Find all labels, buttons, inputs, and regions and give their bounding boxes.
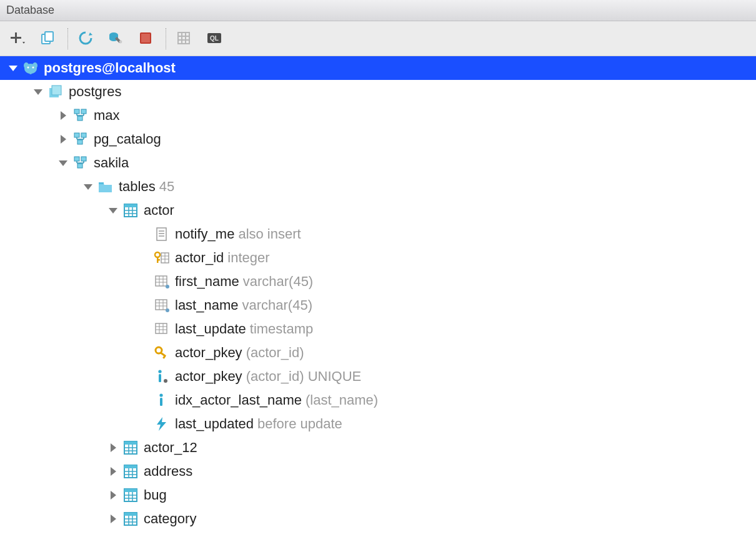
duplicate-icon <box>40 31 56 47</box>
panel-title-bar: Database <box>0 0 756 21</box>
primary-key-column-icon <box>152 250 171 266</box>
toolbar-manage-button[interactable] <box>102 26 131 52</box>
child-type: integer <box>227 250 269 266</box>
table-label: actor <box>144 202 174 219</box>
toolbar-table-view-button[interactable] <box>170 26 199 52</box>
child-name: idx_actor_last_name <box>175 392 302 408</box>
child-type: also insert <box>238 226 301 242</box>
child-type: (last_name) <box>306 392 378 408</box>
table-icon <box>121 440 140 456</box>
child-type: before update <box>257 416 342 432</box>
expand-arrow-icon[interactable] <box>105 511 121 527</box>
expand-arrow-icon[interactable] <box>5 60 21 76</box>
schema-label: max <box>94 107 120 124</box>
tree-table-child[interactable]: idx_actor_last_name(last_name) <box>0 388 756 412</box>
plus-icon <box>9 31 27 47</box>
refresh-icon <box>78 31 94 47</box>
expand-arrow-icon[interactable] <box>105 440 121 456</box>
tree-table-child[interactable]: notify_mealso insert <box>0 222 756 246</box>
tree-table-actor[interactable]: actor <box>0 199 756 222</box>
table-icon <box>121 463 140 480</box>
expand-arrow-icon[interactable] <box>55 155 71 171</box>
toolbar-refresh-button[interactable] <box>72 26 101 52</box>
expand-arrow-icon[interactable] <box>105 202 121 219</box>
expand-arrow-icon[interactable] <box>55 131 71 147</box>
folder-icon <box>96 179 115 195</box>
toolbar-separator <box>166 28 166 49</box>
tree-schema-max[interactable]: max <box>0 104 756 127</box>
child-name: last_update <box>175 321 246 337</box>
table-icon <box>121 202 140 219</box>
tables-count: 45 <box>159 179 174 195</box>
panel-title: Database <box>6 4 54 17</box>
table-grid-icon <box>176 31 192 47</box>
table-icon <box>121 487 140 503</box>
tree-table-child[interactable]: actor_pkey(actor_id) <box>0 341 756 365</box>
tree-table-collapsed[interactable]: bug <box>0 483 756 507</box>
index-icon <box>152 392 171 408</box>
tree-table-child[interactable]: last_namevarchar(45) <box>0 293 756 317</box>
toolbar-duplicate-button[interactable] <box>34 26 62 52</box>
toolbar-add-button[interactable] <box>4 26 32 52</box>
child-type: (actor_id) <box>246 345 304 361</box>
column-icon <box>152 297 171 313</box>
table-label: actor_12 <box>144 440 197 456</box>
toolbar <box>0 21 756 56</box>
tree-table-collapsed[interactable]: address <box>0 460 756 483</box>
postgres-elephant-icon <box>21 60 40 76</box>
child-name: notify_me <box>175 226 234 242</box>
database-tree[interactable]: postgres@localhost postgres max pg_catal… <box>0 56 756 531</box>
schema-icon <box>71 107 90 124</box>
tables-folder-label: tables <box>119 179 156 195</box>
database-label: postgres <box>69 84 121 100</box>
stop-icon <box>138 31 154 47</box>
expand-arrow-icon[interactable] <box>105 487 121 503</box>
tree-table-child[interactable]: last_updatedbefore update <box>0 412 756 436</box>
child-type: (actor_id) UNIQUE <box>246 368 362 385</box>
tree-schema-pgcatalog[interactable]: pg_catalog <box>0 127 756 151</box>
tree-table-collapsed[interactable]: category <box>0 507 756 531</box>
key-icon <box>152 345 171 361</box>
index-icon <box>152 368 171 385</box>
connection-label: postgres@localhost <box>44 60 176 76</box>
child-type: timestamp <box>250 321 313 337</box>
expand-arrow-icon[interactable] <box>30 84 46 100</box>
column-icon <box>152 321 171 337</box>
wrench-icon <box>108 31 124 47</box>
child-name: actor_id <box>175 250 224 266</box>
schema-label: sakila <box>94 155 129 171</box>
table-icon <box>121 511 140 527</box>
schema-icon <box>71 155 90 171</box>
tree-schema-sakila[interactable]: sakila <box>0 151 756 175</box>
schema-icon <box>71 131 90 147</box>
child-name: first_name <box>175 273 239 290</box>
toolbar-separator <box>67 28 68 49</box>
child-name: actor_pkey <box>175 368 242 385</box>
expand-arrow-icon[interactable] <box>55 107 71 124</box>
column-icon <box>152 273 171 290</box>
tree-database[interactable]: postgres <box>0 80 756 104</box>
tree-connection[interactable]: postgres@localhost <box>0 56 756 80</box>
tree-table-child[interactable]: first_namevarchar(45) <box>0 270 756 293</box>
toolbar-stop-button[interactable] <box>132 26 161 52</box>
child-name: last_name <box>175 297 239 313</box>
routine-icon <box>152 226 171 242</box>
database-stack-icon <box>46 84 65 100</box>
table-label: address <box>144 463 192 480</box>
tree-table-child[interactable]: last_updatetimestamp <box>0 317 756 341</box>
child-name: actor_pkey <box>175 345 242 361</box>
tree-tables-folder[interactable]: tables 45 <box>0 175 756 199</box>
toolbar-console-button[interactable] <box>200 26 229 52</box>
tree-table-child[interactable]: actor_idinteger <box>0 246 756 270</box>
ql-console-icon <box>206 31 222 47</box>
tree-table-collapsed[interactable]: actor_12 <box>0 436 756 460</box>
child-type: varchar(45) <box>243 273 313 290</box>
expand-arrow-icon[interactable] <box>105 463 121 480</box>
child-name: last_updated <box>175 416 254 432</box>
table-label: bug <box>144 487 167 503</box>
schema-label: pg_catalog <box>94 131 161 147</box>
trigger-icon <box>152 416 171 432</box>
child-type: varchar(45) <box>242 297 312 313</box>
expand-arrow-icon[interactable] <box>80 179 96 195</box>
tree-table-child[interactable]: actor_pkey(actor_id) UNIQUE <box>0 365 756 388</box>
